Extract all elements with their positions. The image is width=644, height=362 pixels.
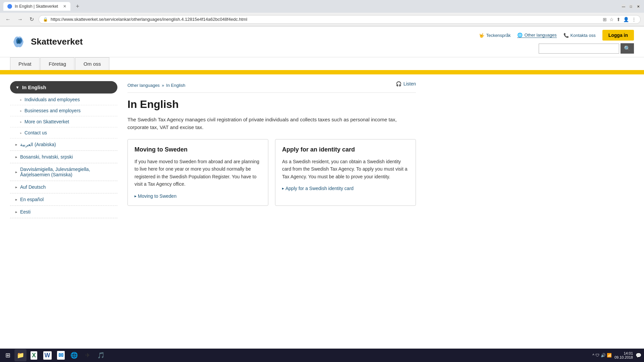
sign-language-label: Teckenspråk bbox=[486, 33, 511, 38]
taskbar-excel-icon[interactable]: X bbox=[28, 349, 40, 358]
new-tab-button[interactable]: + bbox=[73, 2, 82, 11]
extension-icon[interactable]: ⬆ bbox=[616, 17, 621, 22]
sub-bullet-icon: ▸ bbox=[20, 98, 22, 102]
sidebar-sub-label-individuals: Individuals and employees bbox=[24, 97, 80, 102]
sidebar-main-item[interactable]: ▼ In English bbox=[10, 81, 117, 94]
lang-arrow-icon: ▸ bbox=[15, 197, 17, 202]
tab-title: In English | Skatteverket bbox=[15, 4, 58, 9]
header-right: 🤟 Teckenspråk 🌐 Other languages 📞 Kontak… bbox=[479, 30, 634, 54]
site-header: Skatteverket 🤟 Teckenspråk 🌐 Other langu… bbox=[0, 26, 644, 57]
other-languages-link[interactable]: 🌐 Other languages bbox=[517, 33, 556, 38]
search-input[interactable] bbox=[539, 44, 619, 54]
sidebar-lang-label-samiska: Davvisámigiella, Julevsámegiella, Åarjel… bbox=[20, 167, 112, 177]
listen-button[interactable]: 🎧 Listen bbox=[396, 81, 416, 86]
page-wrapper: Skatteverket 🤟 Teckenspråk 🌐 Other langu… bbox=[0, 26, 644, 358]
sign-language-link[interactable]: 🤟 Teckenspråk bbox=[479, 33, 511, 38]
header-top-links: 🤟 Teckenspråk 🌐 Other languages 📞 Kontak… bbox=[479, 30, 634, 41]
sidebar-lang-label-bosanski: Bosanski, hrvatski, srpski bbox=[20, 154, 73, 160]
page-title: In English bbox=[127, 98, 416, 111]
listen-label: Listen bbox=[404, 81, 416, 86]
taskbar-notification-icon[interactable]: 💬 bbox=[636, 353, 641, 358]
taskbar-spotify-icon[interactable]: 🎵 bbox=[95, 349, 107, 358]
sidebar-lang-label-arabiska: العربية (Arabiska) bbox=[20, 142, 56, 147]
browser-tab[interactable]: In English | Skatteverket ✕ bbox=[3, 2, 70, 11]
sidebar-lang-arabiska[interactable]: ▸ العربية (Arabiska) bbox=[10, 138, 117, 151]
lang-arrow-icon: ▸ bbox=[15, 142, 17, 147]
sidebar-lang-label-deutsch: Auf Deutsch bbox=[20, 184, 46, 190]
start-button[interactable]: ⊞ bbox=[3, 350, 13, 358]
back-button[interactable]: ← bbox=[3, 15, 13, 24]
sidebar-lang-bosanski[interactable]: ▸ Bosanski, hrvatski, srpski bbox=[10, 151, 117, 163]
taskbar-word-icon[interactable]: W bbox=[41, 349, 53, 358]
tab-close-button[interactable]: ✕ bbox=[63, 4, 66, 9]
sidebar: ▼ In English ▸ Individuals and employees… bbox=[10, 81, 117, 218]
breadcrumb: Other languages » In English 🎧 Listen bbox=[127, 81, 416, 93]
minimize-button[interactable]: — bbox=[621, 4, 626, 9]
lang-arrow-icon: ▸ bbox=[15, 155, 17, 159]
nav-om-oss[interactable]: Om oss bbox=[75, 57, 109, 70]
sidebar-lang-samiska[interactable]: ▸ Davvisámigiella, Julevsámegiella, Åarj… bbox=[10, 163, 117, 181]
other-languages-label: Other languages bbox=[524, 33, 556, 38]
search-area: 🔍 bbox=[539, 43, 634, 54]
sidebar-lang-label-espanol: En español bbox=[20, 197, 44, 202]
nav-foretag[interactable]: Företag bbox=[40, 57, 74, 70]
card-moving-link[interactable]: ▸ Moving to Sweden bbox=[135, 193, 261, 199]
search-button[interactable]: 🔍 bbox=[621, 43, 634, 54]
sidebar-lang-eesti[interactable]: ▸ Eesti bbox=[10, 206, 117, 218]
taskbar-telegram-icon[interactable]: ✈ bbox=[82, 349, 94, 358]
bookmark-icon[interactable]: ☆ bbox=[609, 17, 614, 22]
phone-icon: 📞 bbox=[564, 33, 569, 38]
card-identity-title: Apply for an identity card bbox=[282, 146, 409, 153]
card-moving-to-sweden: Moving to Sweden If you have moved to Sw… bbox=[127, 139, 268, 206]
address-bar[interactable]: 🔒 https://www.skatteverket.se/servicelan… bbox=[39, 15, 641, 24]
logo-area: Skatteverket bbox=[10, 34, 83, 50]
nav-privat[interactable]: Privat bbox=[10, 57, 40, 70]
sub-bullet-icon: ▸ bbox=[20, 131, 22, 135]
contact-link[interactable]: 📞 Kontakta oss bbox=[564, 33, 596, 38]
browser-titlebar: In English | Skatteverket ✕ + — □ ✕ bbox=[0, 0, 644, 13]
main-content: Other languages » In English 🎧 Listen In… bbox=[117, 81, 426, 218]
profile-icon[interactable]: 👤 bbox=[623, 17, 629, 22]
maximize-button[interactable]: □ bbox=[629, 4, 633, 9]
taskbar-right: ^ 🛡 🔊 📶 14:01 09.10.2018 💬 bbox=[592, 351, 641, 358]
lang-arrow-icon: ▸ bbox=[15, 170, 17, 174]
taskbar-outlook-icon[interactable]: ✉ bbox=[55, 349, 67, 358]
breadcrumb-parent-link[interactable]: Other languages bbox=[127, 83, 160, 88]
sidebar-sub-label-businesses: Businesses and employers bbox=[24, 108, 80, 113]
taskbar-clock: 14:01 09.10.2018 bbox=[614, 351, 633, 358]
close-button[interactable]: ✕ bbox=[636, 4, 641, 9]
contact-label: Kontakta oss bbox=[571, 33, 596, 38]
card-link-arrow-icon: ▸ bbox=[282, 186, 284, 191]
card-link-arrow-icon: ▸ bbox=[135, 194, 137, 198]
reload-button[interactable]: ↻ bbox=[28, 15, 36, 24]
sidebar-main-arrow-icon: ▼ bbox=[15, 85, 19, 90]
card-identity-link[interactable]: ▸ Apply for a Swedish identity card bbox=[282, 186, 409, 191]
sidebar-sub-item-more[interactable]: ▸ More on Skatteverket bbox=[10, 116, 117, 127]
sub-bullet-icon: ▸ bbox=[20, 120, 22, 124]
page-description: The Swedish Tax Agency manages civil reg… bbox=[127, 116, 416, 131]
taskbar-files-icon[interactable]: 📁 bbox=[14, 349, 26, 358]
card-identity-link-text: Apply for a Swedish identity card bbox=[285, 186, 354, 191]
sidebar-sub-item-businesses[interactable]: ▸ Businesses and employers bbox=[10, 105, 117, 116]
taskbar-chrome-icon[interactable]: 🌐 bbox=[68, 349, 80, 358]
lang-arrow-icon: ▸ bbox=[15, 185, 17, 189]
sub-bullet-icon: ▸ bbox=[20, 109, 22, 113]
card-identity-text: As a Swedish resident, you can obtain a … bbox=[282, 158, 409, 180]
login-button[interactable]: Logga in bbox=[602, 30, 634, 41]
sidebar-lang-espanol[interactable]: ▸ En español bbox=[10, 193, 117, 206]
translate-icon[interactable]: ⊞ bbox=[603, 17, 607, 22]
taskbar-time: 14:01 bbox=[624, 351, 633, 355]
sidebar-sub-item-contact[interactable]: ▸ Contact us bbox=[10, 127, 117, 138]
sidebar-lang-deutsch[interactable]: ▸ Auf Deutsch bbox=[10, 181, 117, 193]
lock-icon: 🔒 bbox=[43, 17, 48, 22]
forward-button[interactable]: → bbox=[15, 15, 25, 24]
yellow-bar bbox=[0, 71, 644, 74]
taskbar: ⊞ 📁 X W ✉ 🌐 ✈ 🎵 ^ 🛡 🔊 📶 14:01 09.10.2018… bbox=[0, 349, 644, 358]
sidebar-sub-item-individuals[interactable]: ▸ Individuals and employees bbox=[10, 94, 117, 105]
sidebar-lang-label-eesti: Eesti bbox=[20, 209, 31, 215]
lang-arrow-icon: ▸ bbox=[15, 210, 17, 214]
logo-svg bbox=[10, 34, 27, 50]
menu-icon[interactable]: ⋮ bbox=[632, 17, 636, 22]
breadcrumb-separator: » bbox=[162, 83, 164, 88]
sidebar-sub-label-more: More on Skatteverket bbox=[24, 119, 69, 124]
